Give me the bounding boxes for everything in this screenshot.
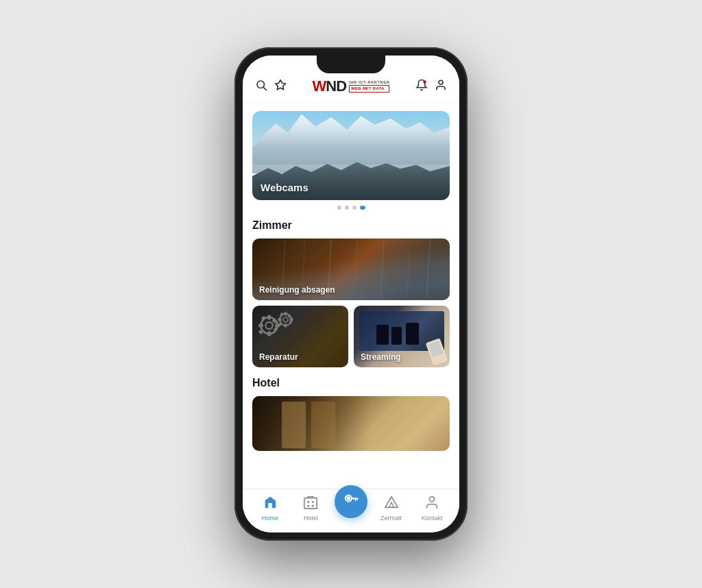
nav-zermatt[interactable]: Zermatt bbox=[374, 495, 409, 522]
nav-hotel[interactable]: Hotel bbox=[293, 495, 328, 522]
hero-label: Webcams bbox=[261, 182, 308, 193]
dot-4[interactable] bbox=[360, 206, 365, 210]
nav-center-button[interactable] bbox=[335, 485, 367, 518]
nav-kontakt[interactable]: Kontakt bbox=[415, 495, 449, 522]
hotel-icon bbox=[303, 495, 318, 513]
logo-tagline: IHR ICT-PARTNER WEB NET DATA bbox=[349, 80, 389, 92]
svg-rect-27 bbox=[278, 318, 281, 321]
star-icon[interactable] bbox=[274, 79, 287, 95]
home-icon bbox=[263, 495, 278, 513]
user-icon[interactable] bbox=[435, 79, 447, 95]
card-reinigung-label: Reinigung absagen bbox=[259, 285, 335, 295]
phone-device: WND IHR ICT-PARTNER WEB NET DATA bbox=[234, 47, 468, 541]
mountain-icon bbox=[384, 495, 399, 513]
gears-icon bbox=[256, 309, 304, 350]
header-right bbox=[415, 79, 447, 95]
section-zimmer-title: Zimmer bbox=[252, 219, 450, 232]
svg-rect-24 bbox=[284, 312, 287, 315]
hotel-banner[interactable] bbox=[252, 396, 450, 451]
svg-point-4 bbox=[439, 80, 443, 84]
bell-icon[interactable] bbox=[415, 79, 428, 95]
svg-line-10 bbox=[407, 240, 411, 299]
svg-point-13 bbox=[265, 322, 272, 329]
nav-zermatt-label: Zermatt bbox=[380, 515, 402, 522]
nav-home[interactable]: Home bbox=[253, 495, 287, 522]
carousel-dots bbox=[252, 206, 450, 210]
svg-rect-21 bbox=[261, 315, 266, 320]
svg-rect-33 bbox=[304, 498, 317, 509]
svg-rect-14 bbox=[267, 315, 271, 320]
card-streaming[interactable]: Streaming bbox=[354, 306, 450, 367]
card-streaming-label: Streaming bbox=[361, 352, 401, 362]
svg-line-11 bbox=[426, 240, 430, 299]
phone-screen: WND IHR ICT-PARTNER WEB NET DATA bbox=[243, 56, 459, 532]
card-reparatur[interactable]: Reparatur bbox=[252, 306, 348, 367]
svg-rect-36 bbox=[308, 505, 310, 507]
nav-hotel-label: Hotel bbox=[304, 515, 318, 522]
header-left bbox=[255, 79, 287, 95]
bottom-navigation: Home Hotel bbox=[243, 489, 459, 532]
svg-rect-32 bbox=[268, 503, 272, 508]
svg-line-1 bbox=[263, 87, 266, 90]
logo-text: WND bbox=[313, 77, 347, 95]
svg-rect-26 bbox=[290, 318, 293, 321]
person-icon bbox=[424, 495, 439, 513]
card-reinigung[interactable]: Reinigung absagen bbox=[252, 238, 450, 300]
search-icon[interactable] bbox=[255, 79, 267, 95]
svg-rect-15 bbox=[267, 332, 271, 336]
card-grid: Reparatur bbox=[252, 306, 450, 367]
dot-3[interactable] bbox=[352, 206, 356, 210]
dot-1[interactable] bbox=[337, 206, 341, 210]
svg-point-39 bbox=[347, 497, 350, 500]
app-logo: WND IHR ICT-PARTNER WEB NET DATA bbox=[313, 77, 390, 95]
key-icon bbox=[343, 492, 359, 511]
svg-point-41 bbox=[430, 497, 435, 502]
svg-rect-17 bbox=[258, 323, 263, 327]
svg-marker-2 bbox=[276, 79, 286, 89]
hero-banner[interactable]: Webcams bbox=[252, 111, 450, 200]
nav-home-label: Home bbox=[262, 515, 278, 522]
card-reparatur-label: Reparatur bbox=[259, 352, 298, 362]
svg-line-8 bbox=[354, 240, 358, 299]
svg-rect-34 bbox=[308, 501, 310, 503]
phone-notch bbox=[317, 56, 385, 73]
svg-rect-31 bbox=[280, 313, 283, 316]
svg-point-23 bbox=[283, 317, 288, 322]
section-hotel-title: Hotel bbox=[252, 377, 450, 389]
nav-kontakt-label: Kontakt bbox=[422, 515, 443, 522]
dot-2[interactable] bbox=[345, 206, 349, 210]
svg-line-9 bbox=[380, 240, 384, 299]
main-content: Webcams Zimmer bbox=[243, 103, 459, 489]
svg-rect-25 bbox=[284, 323, 287, 327]
svg-rect-37 bbox=[312, 505, 314, 507]
svg-point-3 bbox=[423, 80, 426, 84]
svg-rect-35 bbox=[312, 501, 314, 503]
